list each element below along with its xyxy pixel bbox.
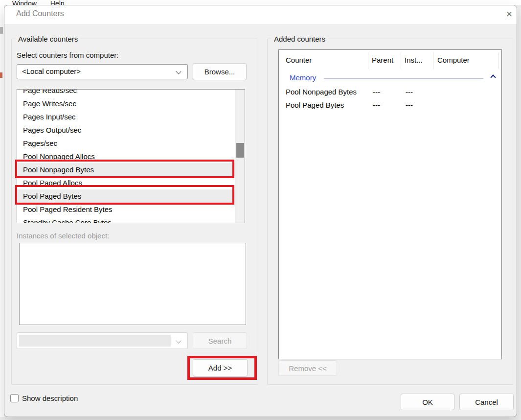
counter-list-item[interactable]: Pool Paged Resident Bytes (17, 203, 245, 216)
added-counters-group-label: Added counters (272, 35, 328, 43)
instance-search-combo-fill (19, 335, 171, 347)
cancel-button[interactable]: Cancel (459, 394, 514, 410)
instances-label: Instances of selected object: (17, 232, 109, 240)
computer-combo-value: <Local computer> (22, 67, 81, 75)
counter-list-item[interactable]: Page Reads/sec (17, 89, 245, 97)
counter-group-name: Memory (290, 73, 316, 82)
background-window-bottom-strip (0, 417, 521, 420)
table-cell-inst: --- (406, 88, 413, 96)
background-toolbar-artifact (0, 27, 3, 34)
show-description-label: Show description (22, 394, 78, 402)
chevron-down-icon (176, 69, 181, 74)
column-header-parent[interactable]: Parent (372, 56, 393, 64)
column-header-instance[interactable]: Inst... (405, 56, 423, 64)
annotation-box-pool-paged-bytes (15, 185, 234, 205)
annotation-box-add-button (187, 356, 257, 380)
column-divider[interactable] (401, 52, 401, 69)
table-cell-counter: Pool Nonpaged Bytes (286, 88, 357, 96)
computer-combo[interactable]: <Local computer> (17, 64, 188, 79)
dialog-title: Add Counters (16, 9, 64, 18)
background-toolbar-artifact-red (0, 72, 2, 78)
instances-list (19, 243, 246, 325)
counter-list-item[interactable]: Standby Cache Core Bytes (17, 216, 245, 223)
chevron-down-icon (176, 338, 181, 343)
browse-button[interactable]: Browse... (193, 63, 247, 80)
available-counters-group-label: Available counters (16, 35, 80, 43)
column-divider[interactable] (433, 52, 433, 69)
counter-list-item[interactable]: Pages/sec (17, 137, 245, 150)
column-divider[interactable] (368, 52, 368, 69)
dialog-titlebar: Add Counters × (4, 5, 517, 24)
counter-list-item[interactable]: Page Writes/sec (17, 97, 245, 110)
chevron-up-icon[interactable] (490, 74, 496, 80)
counter-list-item[interactable]: Pages Output/sec (17, 123, 245, 137)
background-menu-window: Window (12, 0, 37, 5)
column-header-computer[interactable]: Computer (437, 56, 470, 64)
ok-button[interactable]: OK (401, 394, 454, 410)
close-icon[interactable]: × (502, 8, 516, 22)
counters-list-scrollbar-thumb[interactable] (236, 143, 244, 158)
search-button: Search (193, 332, 247, 349)
select-computer-label: Select counters from computer: (17, 51, 118, 59)
background-menu-help: Help (50, 0, 65, 5)
counters-list-scrollbar[interactable] (235, 90, 245, 223)
background-window-left-strip (0, 0, 4, 420)
column-header-counter[interactable]: Counter (286, 56, 312, 64)
show-description-checkbox[interactable] (10, 394, 19, 402)
add-counters-dialog: Add Counters × Available counters Select… (4, 5, 517, 417)
counter-list-item[interactable]: Pages Input/sec (17, 110, 245, 123)
annotation-box-pool-nonpaged-bytes (15, 160, 234, 178)
table-row[interactable]: Pool Nonpaged Bytes------ (279, 86, 501, 99)
table-cell-inst: --- (406, 101, 413, 109)
group-divider-line (324, 78, 483, 79)
instance-search-combo-disabled (17, 332, 188, 349)
background-window-menubar: WindowHelp (0, 0, 521, 5)
table-row[interactable]: Pool Paged Bytes------ (279, 99, 501, 113)
remove-button: Remove << (278, 360, 337, 376)
table-cell-parent: --- (373, 101, 380, 109)
column-divider[interactable] (498, 52, 499, 69)
added-counters-table[interactable]: Counter Parent Inst... Computer Memory P… (278, 49, 502, 359)
table-cell-parent: --- (373, 88, 380, 96)
counter-group-row-memory[interactable]: Memory (279, 71, 501, 85)
table-cell-counter: Pool Paged Bytes (286, 101, 344, 109)
